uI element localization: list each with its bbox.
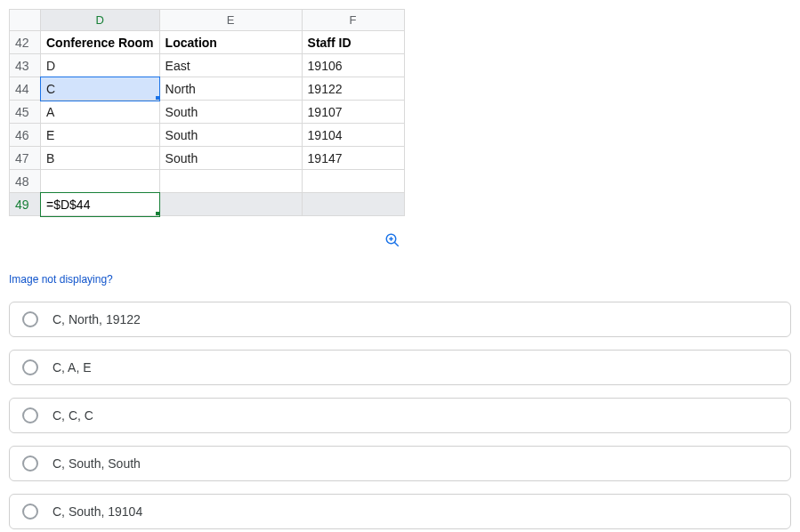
row-number[interactable]: 43 <box>10 54 41 77</box>
cell-d42[interactable]: Conference Room <box>41 31 160 54</box>
row-number[interactable]: 42 <box>10 31 41 54</box>
answer-option-2[interactable]: C, C, C <box>9 398 791 433</box>
cell-f48[interactable] <box>302 170 404 193</box>
row-48: 48 <box>10 170 405 193</box>
corner-cell <box>10 10 41 31</box>
option-label: C, South, 19104 <box>53 504 142 519</box>
row-47: 47 B South 19147 <box>10 147 405 170</box>
radio-icon <box>22 455 38 472</box>
svg-line-1 <box>394 242 399 246</box>
row-number[interactable]: 47 <box>10 147 41 170</box>
cell-d47[interactable]: B <box>41 147 160 170</box>
col-header-f[interactable]: F <box>302 10 404 31</box>
radio-icon <box>22 504 38 520</box>
row-44: 44 C North 19122 <box>10 77 405 101</box>
option-label: C, A, E <box>53 360 92 375</box>
image-not-displaying-link[interactable]: Image not displaying? <box>9 273 791 286</box>
cell-e45[interactable]: South <box>159 101 302 124</box>
row-number[interactable]: 46 <box>10 124 41 147</box>
cell-d44[interactable]: C <box>41 77 160 101</box>
row-43: 43 D East 19106 <box>10 54 405 77</box>
cell-e42[interactable]: Location <box>159 31 302 54</box>
cell-f46[interactable]: 19104 <box>302 124 404 147</box>
cell-e43[interactable]: East <box>159 54 302 77</box>
option-label: C, North, 19122 <box>53 312 141 326</box>
spreadsheet[interactable]: D E F 42 Conference Room Location Staff … <box>9 9 405 216</box>
row-number[interactable]: 44 <box>10 77 41 101</box>
col-header-e[interactable]: E <box>159 10 302 31</box>
cell-e48[interactable] <box>159 170 302 193</box>
column-header-row: D E F <box>10 10 405 31</box>
col-header-d[interactable]: D <box>41 10 160 31</box>
cell-e49[interactable] <box>159 193 302 216</box>
row-42: 42 Conference Room Location Staff ID <box>10 31 405 54</box>
cell-e46[interactable]: South <box>159 124 302 147</box>
row-46: 46 E South 19104 <box>10 124 405 147</box>
row-number[interactable]: 45 <box>10 101 41 124</box>
cell-e47[interactable]: South <box>159 147 302 170</box>
cell-f45[interactable]: 19107 <box>302 101 404 124</box>
radio-icon <box>22 311 38 327</box>
radio-icon <box>22 359 38 375</box>
cell-d49[interactable]: =$D$44 <box>41 193 160 216</box>
row-45: 45 A South 19107 <box>10 101 405 124</box>
cell-f44[interactable]: 19122 <box>302 77 404 101</box>
cell-f47[interactable]: 19147 <box>302 147 404 170</box>
answer-option-0[interactable]: C, North, 19122 <box>9 302 791 337</box>
cell-f43[interactable]: 19106 <box>302 54 404 77</box>
cell-f42[interactable]: Staff ID <box>302 31 404 54</box>
option-label: C, South, South <box>53 456 141 471</box>
cell-d45[interactable]: A <box>41 101 160 124</box>
cell-d43[interactable]: D <box>41 54 160 77</box>
cell-e44[interactable]: North <box>159 77 302 101</box>
zoom-in-icon[interactable] <box>384 232 400 248</box>
row-number[interactable]: 49 <box>10 193 41 216</box>
answer-option-3[interactable]: C, South, South <box>9 446 791 481</box>
cell-d46[interactable]: E <box>41 124 160 147</box>
cell-d48[interactable] <box>41 170 160 193</box>
option-label: C, C, C <box>53 408 93 423</box>
answer-option-1[interactable]: C, A, E <box>9 350 791 385</box>
cell-f49[interactable] <box>302 193 404 216</box>
row-49: 49 =$D$44 <box>10 193 405 216</box>
radio-icon <box>22 407 38 423</box>
answer-option-4[interactable]: C, South, 19104 <box>9 494 791 529</box>
row-number[interactable]: 48 <box>10 170 41 193</box>
